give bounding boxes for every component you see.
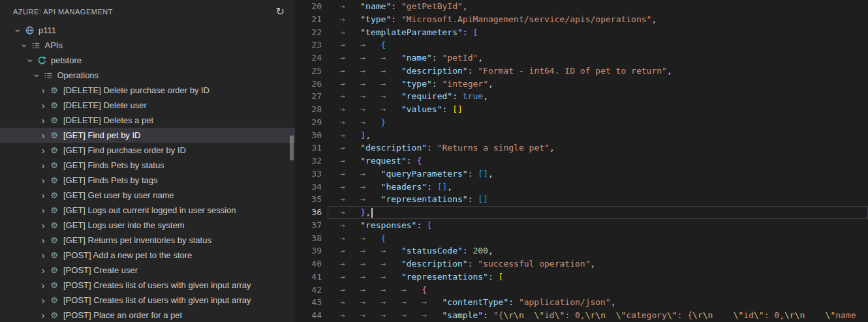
chevron-down-icon[interactable]: › [14, 25, 23, 36]
code-line-36[interactable]: 36→}, [295, 206, 868, 219]
chevron-right-icon[interactable]: › [38, 116, 48, 125]
chevron-right-icon[interactable]: › [38, 176, 48, 185]
line-content: →→→"required": true, [328, 90, 868, 103]
token-punc: : [468, 194, 478, 204]
code-line-27[interactable]: 27→→→"required": true, [295, 90, 868, 103]
token-esc: \r\n [585, 310, 606, 320]
line-number: 30 [295, 129, 328, 142]
tree-item-get-logs-out-current-logged-in-user-session[interactable]: ›⚙[GET] Logs out current logged in user … [0, 203, 295, 218]
token-str: name [835, 310, 856, 320]
code-line-42[interactable]: 42→→→→{ [295, 284, 868, 297]
tree-item-delete-delete-purchase-order-by-id[interactable]: ›⚙[DELETE] Delete purchase order by ID [0, 83, 295, 98]
code-line-30[interactable]: 30→], [295, 129, 868, 142]
line-number: 26 [295, 78, 328, 91]
tree-item-get-logs-user-into-the-system[interactable]: ›⚙[GET] Logs user into the system [0, 218, 295, 233]
code-line-40[interactable]: 40→→→"description": "successful operatio… [295, 257, 868, 271]
code-line-26[interactable]: 26→→→"type": "integer", [295, 78, 868, 91]
tree-item-get-get-user-by-user-name[interactable]: ›⚙[GET] Get user by user name [0, 188, 295, 203]
token-punc: : [391, 14, 401, 24]
token-key: "representations" [401, 272, 488, 282]
chevron-right-icon[interactable]: › [38, 236, 48, 245]
code-line-32[interactable]: 32→"request": { [295, 154, 868, 168]
chevron-right-icon[interactable]: › [38, 311, 48, 320]
tree-item-label: [POST] Place an order for a pet [63, 310, 182, 320]
tree-item-apis[interactable]: ›APIs [0, 38, 295, 53]
chevron-right-icon[interactable]: › [38, 281, 48, 290]
tree-item-label: [DELETE] Deletes a pet [63, 115, 153, 125]
chevron-right-icon[interactable]: › [38, 206, 48, 215]
tree-item-get-find-pet-by-id[interactable]: ›⚙[GET] Find pet by ID [0, 128, 295, 143]
token-punc: , [667, 66, 672, 76]
line-content: →→→"type": "integer", [328, 78, 868, 91]
chevron-down-icon[interactable]: › [20, 40, 29, 51]
chevron-right-icon[interactable]: › [38, 266, 48, 275]
tree-item-post-creates-list-of-users-with-given-input-array[interactable]: ›⚙[POST] Creates list of users with give… [0, 293, 295, 308]
token-b2: { [416, 156, 422, 166]
chevron-right-icon[interactable]: › [38, 146, 48, 155]
code-line-31[interactable]: 31→"description": "Returns a single pet"… [295, 141, 868, 154]
refresh-icon[interactable]: ↻ [276, 7, 285, 17]
tree-item-post-add-a-new-pet-to-the-store[interactable]: ›⚙[POST] Add a new pet to the store [0, 248, 295, 263]
code-line-22[interactable]: 22→"templateParameters": [ [295, 26, 868, 39]
tree-item-operations[interactable]: ›Operations [0, 68, 295, 83]
tree-item-get-finds-pets-by-tags[interactable]: ›⚙[GET] Finds Pets by tags [0, 173, 295, 188]
code-line-37[interactable]: 37→"responses": [ [295, 219, 868, 232]
code-line-28[interactable]: 28→→→"values": [] [295, 103, 868, 116]
tree-item-p111[interactable]: ›p111 [0, 23, 295, 38]
tab-whitespace-icon: → [360, 232, 380, 245]
code-line-35[interactable]: 35→→"representations": [] [295, 193, 868, 206]
code-line-44[interactable]: 44→→→→→"sample": "{\r\n \"id\": 0,\r\n \… [295, 309, 868, 322]
tree-item-petstore[interactable]: ›petstore [0, 53, 295, 68]
tab-whitespace-icon: → [360, 65, 380, 78]
tree-item-delete-delete-user[interactable]: ›⚙[DELETE] Delete user [0, 98, 295, 113]
code-line-21[interactable]: 21→"type": "Microsoft.ApiManagement/serv… [295, 13, 868, 26]
line-content: →→"representations": [] [328, 193, 868, 206]
chevron-right-icon[interactable]: › [38, 296, 48, 305]
line-number: 44 [295, 309, 328, 322]
tree-item-get-returns-pet-inventories-by-status[interactable]: ›⚙[GET] Returns pet inventories by statu… [0, 233, 295, 248]
operation-icon: ⚙ [48, 236, 60, 244]
code-line-39[interactable]: 39→→→"statusCode": 200, [295, 244, 868, 257]
tree-item-post-creates-list-of-users-with-given-input-array[interactable]: ›⚙[POST] Creates list of users with give… [0, 278, 295, 293]
code-line-23[interactable]: 23→→{ [295, 38, 868, 51]
token-punc: : [452, 91, 463, 101]
line-number: 33 [295, 168, 328, 181]
tree-item-delete-deletes-a-pet[interactable]: ›⚙[DELETE] Deletes a pet [0, 113, 295, 128]
token-str: "Format - int64. ID of pet to return" [478, 66, 667, 76]
line-content: →"type": "Microsoft.ApiManagement/servic… [328, 13, 868, 26]
code-line-38[interactable]: 38→→{ [295, 232, 868, 245]
line-content: →"templateParameters": [ [328, 26, 868, 39]
chevron-right-icon[interactable]: › [38, 191, 48, 200]
tree-item-post-place-an-order-for-a-pet[interactable]: ›⚙[POST] Place an order for a pet [0, 308, 295, 322]
chevron-right-icon[interactable]: › [38, 161, 48, 170]
tab-whitespace-icon: → [381, 284, 401, 297]
code-editor[interactable]: 20→"name": "getPetById",21→"type": "Micr… [295, 0, 868, 322]
tab-whitespace-icon: → [360, 90, 380, 103]
chevron-right-icon[interactable]: › [38, 251, 48, 260]
chevron-right-icon[interactable]: › [38, 101, 48, 110]
code-line-29[interactable]: 29→→} [295, 116, 868, 129]
code-line-34[interactable]: 34→→"headers": [], [295, 181, 868, 194]
chevron-down-icon[interactable]: › [33, 70, 42, 81]
line-number: 22 [295, 26, 328, 39]
sidebar-scrollbar[interactable] [290, 136, 294, 160]
token-punc: , [365, 130, 371, 140]
chevron-right-icon[interactable]: › [38, 86, 48, 95]
chevron-down-icon[interactable]: › [26, 55, 35, 66]
tree-item-get-finds-pets-by-status[interactable]: ›⚙[GET] Finds Pets by status [0, 158, 295, 173]
code-line-41[interactable]: 41→→→"representations": [ [295, 271, 868, 284]
code-line-20[interactable]: 20→"name": "getPetById", [295, 0, 868, 13]
token-str [805, 310, 825, 320]
chevron-right-icon[interactable]: › [38, 131, 48, 140]
operation-icon: ⚙ [48, 191, 60, 199]
text-cursor [371, 208, 373, 218]
chevron-right-icon[interactable]: › [38, 221, 48, 230]
tree-item-get-find-purchase-order-by-id[interactable]: ›⚙[GET] Find purchase order by ID [0, 143, 295, 158]
tree-item-post-create-user[interactable]: ›⚙[POST] Create user [0, 263, 295, 278]
code-line-43[interactable]: 43→→→→→"contentType": "application/json"… [295, 296, 868, 309]
token-punc: : [468, 169, 478, 179]
code-line-25[interactable]: 25→→→"description": "Format - int64. ID … [295, 65, 868, 78]
line-content: →→→"statusCode": 200, [328, 244, 868, 257]
code-line-24[interactable]: 24→→→"name": "petId", [295, 51, 868, 65]
code-line-33[interactable]: 33→→"queryParameters": [], [295, 168, 868, 181]
